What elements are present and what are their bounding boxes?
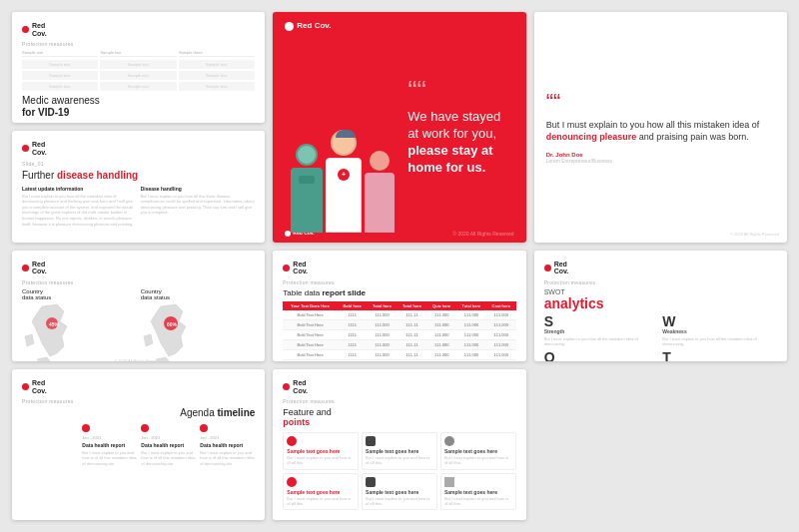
table-cell: Sample text.: [100, 82, 176, 91]
slide-swot: Red Cov. Protection measures SWOT analyt…: [534, 251, 787, 361]
timeline-item-3: Jan - 2021 Data health report But I must…: [200, 424, 255, 466]
slide1-table-header: Sample one Sample two Sample three Sampl…: [22, 50, 255, 91]
data-table: Your Text Goes Here Bold here Total here…: [283, 301, 515, 360]
feature-grid: Sample text goes here But I must explain…: [283, 432, 515, 510]
swot-text-s: But I must explain to you how all the mi…: [544, 336, 659, 346]
table-row: Bold Text Here 1111 111.000 111.11 111.0…: [283, 339, 515, 349]
slide8-title: Table data report slide: [283, 288, 515, 297]
table-cell: Sample text.: [100, 71, 176, 80]
logo-dot: [283, 383, 290, 390]
feature-title-5: Sample text goes here: [366, 489, 433, 495]
timeline-title-1: Data health report: [82, 442, 125, 448]
table-col-0: Your Text Goes Here: [283, 301, 337, 310]
feature-icon-2: [366, 436, 376, 446]
col2-title: Disease handling: [141, 186, 256, 192]
feature-title-2: Sample text goes here: [366, 448, 433, 454]
slide-hero: Red Cov. +: [273, 12, 525, 243]
logo-text: Red Cov.: [554, 261, 569, 275]
map-area: Country data status 45% 45% Status data …: [22, 288, 255, 356]
slide2-col1: Latest update information But I must exp…: [22, 186, 137, 228]
map1-title: Country data status: [22, 288, 137, 300]
logo-text: Red Cov.: [32, 261, 47, 275]
timeline-text-1: But I must explain to you and how is of …: [82, 450, 137, 466]
col2-text: But I must explain to you how all this t…: [141, 194, 256, 216]
table-row: Bold Text Here 1111 111.000 111.11 111.0…: [283, 329, 515, 339]
logo-dot: [544, 265, 551, 271]
slide2-logo: Red Cov.: [22, 141, 255, 156]
swot-item-t: T Threats But I must explain to you how …: [662, 350, 777, 361]
quote-mark: ““: [407, 78, 513, 106]
timeline-dot: [141, 424, 149, 432]
swot-letter-t: T: [662, 350, 777, 361]
swot-label-w: Weakness: [662, 328, 777, 334]
logo-text: Red Cov.: [32, 22, 47, 37]
feature-icon-5: [366, 477, 376, 487]
slide4-label: Protection measures: [283, 398, 515, 404]
feature-item-3: Sample text goes here But I must explain…: [440, 432, 516, 469]
hero-logo-dot: [285, 22, 294, 31]
slide3-title: Agenda timeline: [22, 407, 255, 418]
table-row: Bold Text Here 1111 111.000 111.11 111.0…: [283, 349, 515, 359]
table-row: Bold Text Here 1111 111.000 111.11 111.0…: [283, 310, 515, 320]
swot-text-w: But I must explain to you how all the mi…: [662, 336, 777, 346]
slide-quote: ““ But I must explain to you how all thi…: [534, 12, 787, 243]
col1-title: Latest update information: [22, 186, 137, 192]
swot-label-s: Strength: [544, 328, 659, 334]
timeline-item-2: Jan - 2021 Data health report But I must…: [141, 424, 196, 466]
table-cell: Sample text.: [179, 71, 255, 80]
feature-text-1: But I must explain to you and how is of …: [287, 455, 355, 465]
timeline-dot: [200, 424, 208, 432]
feature-title-3: Sample text goes here: [444, 448, 512, 454]
slide-country-data: Red Cov. Protection measures Country dat…: [12, 251, 265, 361]
svg-text:45%: 45%: [49, 321, 60, 327]
quote-text: But I must explain to you how all this m…: [546, 119, 775, 144]
timeline-text-3: But I must explain to you and how is of …: [200, 450, 255, 466]
table-col-3: Total here: [397, 301, 426, 310]
slide2-col2: Disease handling But I must explain to y…: [141, 186, 256, 228]
hero-text: ““ We have stayed at work for you, pleas…: [407, 78, 513, 178]
timeline-dot-row: [200, 424, 212, 432]
slide-agenda-timeline: Red Cov. Protection measures Agenda time…: [12, 369, 265, 520]
table-cell: Sample text.: [22, 82, 98, 91]
logo-dot: [22, 383, 29, 390]
swot-label: SWOT: [544, 288, 777, 295]
slide-disease-handling: Red Cov. Slide_01 Further disease handli…: [12, 131, 265, 242]
slide8-logo: Red Cov.: [283, 261, 515, 275]
hero-figures: +: [273, 58, 411, 242]
timeline-dot: [82, 424, 90, 432]
table-cell: Sample text.: [100, 60, 176, 69]
slide4-title: Feature and points: [283, 407, 515, 427]
col-header-2: Sample two: [100, 50, 176, 57]
timeline-dot-row: [141, 424, 153, 432]
timeline-date-3: Jan - 2021: [200, 435, 219, 440]
slide-table-report: Red Cov. Protection measures Table data …: [273, 251, 525, 361]
hero-main-text: We have stayed at work for you, please s…: [407, 110, 513, 178]
slide7-logo: Red Cov.: [22, 261, 255, 275]
slide9-logo: Red Cov.: [544, 261, 777, 275]
feature-text-5: But I must explain to you and how is of …: [366, 496, 433, 506]
table-col-2: Total here: [367, 301, 397, 310]
feature-icon-1: [287, 436, 297, 446]
col-header-1: Sample one: [22, 50, 98, 57]
logo-dot: [22, 265, 29, 271]
slide-medic-awareness: Red Cov. Protection measures Sample one …: [12, 12, 265, 123]
feature-title-6: Sample text goes here: [444, 489, 512, 495]
feature-item-6: Sample text goes here But I must explain…: [440, 473, 516, 510]
feature-icon-4: [287, 477, 297, 487]
quote-role: Lorem Entrepreneur/Business: [546, 158, 775, 164]
quote-highlight: denouncing pleasure: [546, 132, 637, 142]
logo-dot: [22, 26, 29, 33]
slide2-title: Further disease handling: [22, 170, 255, 182]
timeline-date-2: Jan - 2021: [141, 435, 160, 440]
logo-text: Red Cov.: [32, 141, 47, 156]
timeline-dot-row: [82, 424, 94, 432]
table-cell: Sample text.: [22, 60, 98, 69]
table-col-5: Total here: [456, 301, 486, 310]
swot-title: analytics: [544, 296, 777, 310]
feature-title-4: Sample text goes here: [287, 489, 355, 495]
slide3-logo: Red Cov.: [22, 379, 255, 394]
hero-logo: Red Cov.: [285, 22, 331, 31]
swot-letter-o: O: [544, 350, 659, 361]
timeline-title-3: Data health report: [200, 442, 243, 448]
table-col-1: Bold here: [338, 301, 368, 310]
